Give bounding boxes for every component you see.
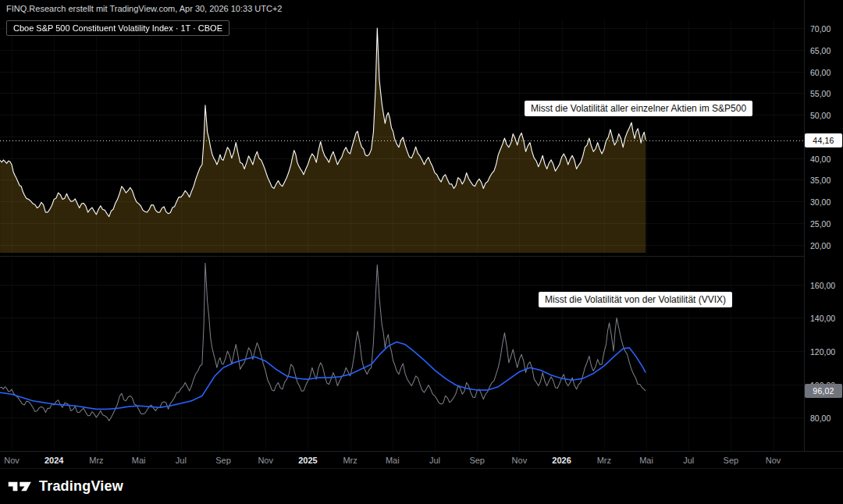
tradingview-wordmark[interactable]: TradingView	[39, 478, 123, 495]
time-axis-label: Mrz	[89, 456, 103, 465]
chart-pane-constituent-volatility[interactable]	[0, 20, 804, 254]
time-axis-label: Jul	[176, 456, 187, 465]
price-tick-label: 60,00	[810, 68, 831, 77]
price-tick-label: 140,00	[810, 314, 835, 323]
time-axis[interactable]: Nov2024MrzMaiJulSepNov2025MrzMaiJulSepNo…	[0, 451, 843, 469]
time-axis-label: Sep	[724, 456, 739, 465]
time-axis-label: Mrz	[343, 456, 357, 465]
price-tick-label: 35,00	[810, 176, 831, 185]
time-axis-label: Sep	[215, 456, 231, 465]
time-axis-label: Nov	[766, 456, 781, 465]
last-price-badge-bottom: 96,02	[805, 384, 842, 398]
attribution-text: FINQ.Research erstellt mit TradingView.c…	[6, 4, 283, 13]
price-tick-label: 160,00	[810, 281, 835, 290]
time-axis-label: Mai	[639, 456, 653, 465]
time-axis-label: Nov	[4, 456, 20, 465]
time-axis-label: Mai	[386, 456, 400, 465]
time-axis-label: 2024	[44, 456, 63, 465]
price-tick-label: 120,00	[810, 347, 835, 357]
price-tick-label: 55,00	[810, 89, 831, 98]
last-price-badge-top: 44,16	[805, 133, 842, 147]
price-tick-label: 80,00	[810, 413, 831, 423]
price-tick-label: 25,00	[810, 219, 831, 229]
time-axis-label: Sep	[469, 456, 485, 465]
price-tick-label: 30,00	[810, 197, 831, 207]
price-tick-label: 50,00	[810, 111, 831, 120]
time-axis-label: Jul	[683, 456, 694, 465]
price-tick-label: 40,00	[810, 154, 831, 164]
footer-bar: TradingView	[0, 468, 843, 504]
time-axis-label: Mrz	[597, 456, 611, 465]
chart-pane-vvix[interactable]	[0, 259, 804, 451]
tradingview-logo-icon[interactable]	[8, 477, 33, 495]
time-axis-label: Nov	[512, 456, 528, 465]
price-tick-label: 65,00	[810, 46, 831, 55]
annotation-bottom[interactable]: Misst die Volatilität von der Volatilitä…	[539, 292, 732, 307]
price-tick-label: 20,00	[810, 241, 831, 250]
time-axis-label: 2025	[298, 456, 317, 465]
time-axis-label: 2026	[552, 456, 571, 465]
time-axis-label: Mai	[132, 456, 146, 465]
tradingview-snapshot: FINQ.Research erstellt mit TradingView.c…	[0, 0, 843, 504]
time-axis-label: Nov	[258, 456, 273, 465]
price-tick-label: 70,00	[810, 24, 831, 34]
annotation-top[interactable]: Misst die Volatilität aller einzelner Ak…	[525, 101, 752, 116]
pane-separator[interactable]	[0, 256, 804, 257]
time-axis-label: Jul	[429, 456, 440, 465]
series-legend[interactable]: Cboe S&P 500 Constituent Volatility Inde…	[6, 20, 229, 36]
